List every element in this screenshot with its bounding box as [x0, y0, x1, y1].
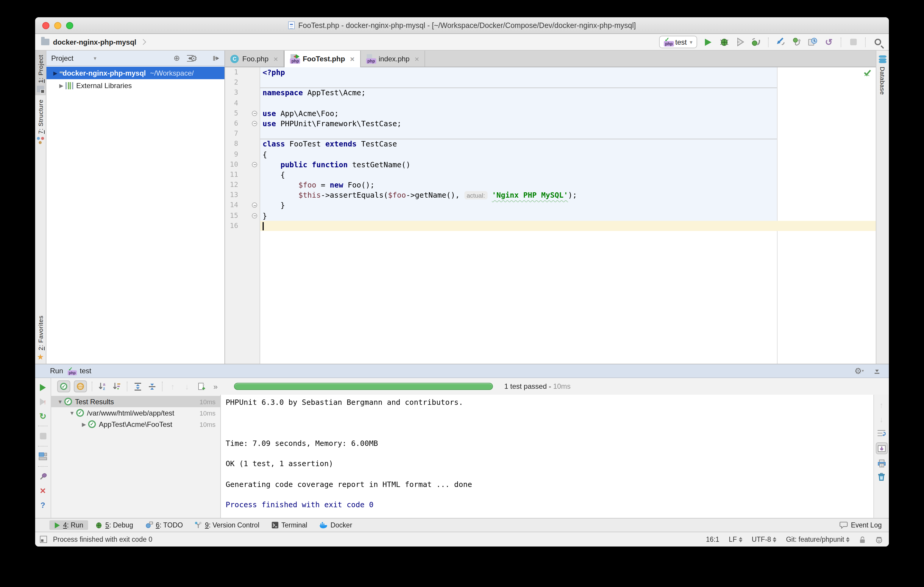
tab-foo-php[interactable]: CFoo.php✕	[225, 51, 284, 67]
test-tree-row[interactable]: ▼✓/var/www/html/web/app/test10ms	[51, 407, 220, 419]
search-everywhere-button[interactable]	[872, 36, 883, 47]
toolwindow-button-docker[interactable]: Docker	[314, 520, 357, 530]
show-passed-toggle[interactable]: ✓	[57, 381, 70, 392]
toolwindow-button-todo[interactable]: 6: TODO	[140, 520, 188, 530]
toggle-auto-test-button[interactable]: ↻	[38, 411, 48, 421]
commit-changes-button[interactable]	[791, 36, 802, 47]
collapse-all-button[interactable]	[147, 381, 157, 392]
fold-marker-icon[interactable]	[252, 162, 257, 167]
close-window-button[interactable]	[42, 22, 50, 29]
breadcrumb[interactable]: docker-nginx-php-mysql	[41, 38, 145, 46]
close-tab-icon[interactable]: ✕	[350, 56, 355, 62]
toolwindow-button-terminal[interactable]: Terminal	[266, 520, 312, 530]
sort-by-duration-button[interactable]	[111, 381, 122, 392]
history-clock-icon	[808, 38, 817, 46]
chevron-down-icon[interactable]: ▾	[94, 55, 96, 61]
tool-window-switcher-icon[interactable]	[40, 536, 47, 543]
test-tree-row[interactable]: ▶✓AppTest\Acme\FooTest10ms	[51, 419, 220, 430]
expand-all-icon	[134, 383, 141, 390]
sort-alpha-icon: az	[98, 382, 107, 391]
run-configuration-select[interactable]: ✓php test ▾	[659, 36, 697, 48]
toolwindow-button-label: 4: Run	[63, 521, 83, 529]
scroll-to-end-button[interactable]	[876, 442, 888, 454]
line-separator-selector[interactable]: LF	[729, 536, 742, 543]
editor-gutter[interactable]: 12345678910111213141516	[225, 67, 260, 364]
php-config-icon: ✓php	[68, 367, 75, 375]
tab-index-php[interactable]: phpindex.php✕	[361, 51, 426, 67]
close-tab-icon[interactable]: ✕	[273, 56, 278, 62]
clear-console-button[interactable]	[878, 473, 885, 481]
expand-arrow-icon[interactable]: ▶	[80, 421, 88, 427]
encoding-selector[interactable]: UTF-8	[752, 536, 776, 543]
file-icon	[288, 21, 295, 29]
console-line	[226, 469, 873, 479]
toolwindow-button-run[interactable]: 4: Run	[50, 520, 88, 530]
rollback-button[interactable]: ↺	[823, 36, 834, 47]
code-line: }	[260, 200, 876, 211]
sidebar-item-favorites[interactable]: 2: Favorites ★	[35, 311, 46, 364]
more-actions-button[interactable]: »	[210, 381, 221, 392]
hide-panel-button[interactable]	[211, 53, 221, 63]
debug-button[interactable]	[719, 36, 729, 47]
line-number: 8	[225, 139, 259, 149]
sidebar-item-project[interactable]: 1: Project	[35, 51, 46, 96]
code-area[interactable]: <?phpnamespace AppTest\Acme;use App\Acme…	[260, 67, 876, 364]
inspection-status-icon[interactable]	[863, 69, 871, 77]
stop-button	[848, 36, 858, 47]
expand-arrow-icon[interactable]: ▶	[57, 82, 66, 88]
attach-debugger-button[interactable]	[751, 36, 761, 47]
minimize-window-button[interactable]	[54, 22, 61, 29]
show-ignored-toggle[interactable]	[74, 381, 87, 392]
run-settings-button[interactable]: ⚙▾	[854, 366, 864, 376]
expand-arrow-icon[interactable]: ▼	[56, 399, 64, 404]
git-branch-selector[interactable]: Git: feature/phpunit	[786, 536, 850, 543]
sidebar-item-database[interactable]: Database	[879, 55, 886, 95]
toolwindow-button-label: 9: Version Control	[205, 521, 259, 529]
print-button[interactable]	[877, 460, 886, 467]
local-history-button[interactable]	[807, 36, 818, 47]
fold-marker-icon[interactable]	[252, 203, 257, 208]
close-tab-icon[interactable]: ✕	[414, 56, 419, 62]
run-with-coverage-button[interactable]	[735, 36, 746, 47]
status-bar: Process finished with exit code 0 16:1 L…	[35, 532, 889, 546]
run-panel-header: Run ✓php test ⚙▾	[35, 364, 889, 378]
read-only-lock-icon[interactable]	[859, 536, 866, 543]
select-opened-file-button[interactable]: ⊕	[172, 53, 182, 63]
import-test-results-button[interactable]	[196, 381, 206, 392]
caret-position[interactable]: 16:1	[706, 536, 719, 543]
close-panel-button[interactable]: ✕	[38, 486, 48, 496]
tab-footest-php[interactable]: phpFooTest.php✕	[284, 51, 361, 67]
zoom-window-button[interactable]	[66, 22, 73, 29]
toolwindow-button-debug[interactable]: 5: Debug	[91, 520, 138, 530]
console-output[interactable]: PHPUnit 6.3.0 by Sebastian Bergmann and …	[220, 395, 873, 518]
project-tree-row[interactable]: ▶External Libraries	[46, 79, 224, 92]
help-button[interactable]: ?	[38, 500, 48, 510]
restore-layout-button[interactable]	[38, 451, 48, 462]
code-line: <?php	[260, 67, 876, 77]
expand-all-button[interactable]	[132, 381, 143, 392]
fold-marker-icon[interactable]	[252, 111, 257, 116]
sidebar-item-structure[interactable]: 7: Structure	[35, 96, 46, 147]
soft-wrap-button[interactable]	[877, 429, 886, 437]
settings-button[interactable]: ⚙▾	[198, 53, 208, 63]
run-configuration-value: test	[675, 38, 687, 46]
project-tree-row[interactable]: ▶docker-nginx-php-mysql~/Workspace/	[46, 67, 224, 79]
code-line: $foo = new Foo();	[260, 180, 876, 190]
pin-tab-button[interactable]	[38, 472, 48, 481]
update-project-button[interactable]	[775, 36, 786, 47]
code-line: $this->assertEquals($foo->getName(), act…	[260, 190, 876, 200]
run-button[interactable]	[703, 36, 713, 47]
console-line	[226, 418, 873, 428]
rerun-button[interactable]	[38, 382, 48, 392]
toolwindow-button-version-control[interactable]: 9: Version Control	[190, 520, 264, 530]
inspection-profile-icon[interactable]	[875, 536, 883, 543]
test-tree-row[interactable]: ▼✓Test Results10ms	[51, 396, 220, 407]
code-line	[260, 221, 876, 231]
sort-alphabetically-button[interactable]: az	[97, 381, 108, 392]
fold-marker-icon[interactable]	[252, 121, 257, 126]
fold-marker-icon[interactable]	[252, 213, 257, 218]
expand-arrow-icon[interactable]: ▼	[68, 410, 76, 416]
event-log-button[interactable]: Event Log	[840, 521, 882, 529]
expand-arrow-icon[interactable]: ▶	[51, 70, 59, 76]
hide-run-panel-button[interactable]	[872, 366, 882, 376]
